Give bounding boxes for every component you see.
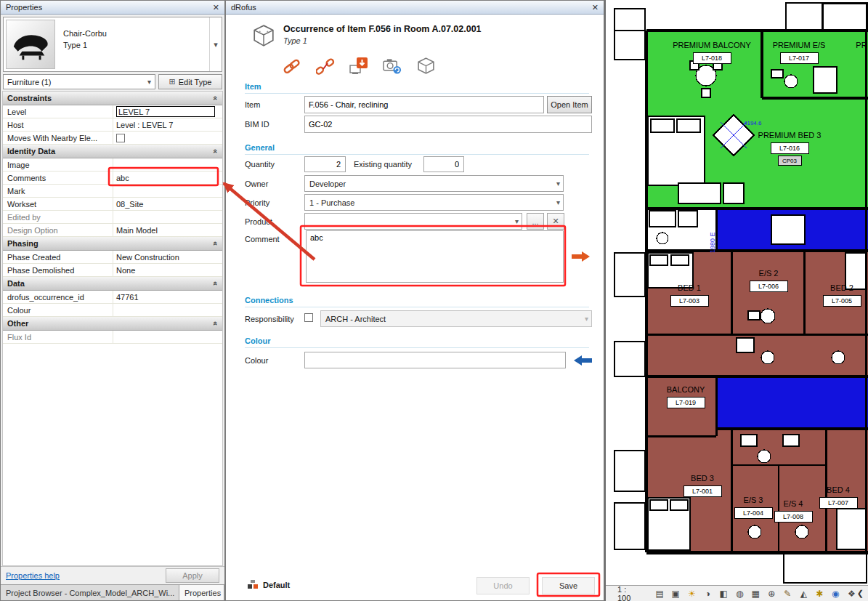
- property-row-image[interactable]: Image: [3, 158, 222, 172]
- room-label: BED 3: [691, 474, 714, 483]
- level-value-field[interactable]: LEVEL 7: [116, 106, 215, 117]
- category-filter-select[interactable]: Furniture (1) ▾: [3, 74, 155, 89]
- existing-quantity-input[interactable]: [423, 156, 464, 172]
- undo-button[interactable]: Undo: [476, 577, 530, 594]
- property-row-moves-with-nearby[interactable]: Moves With Nearby Ele...: [3, 132, 222, 145]
- colour-label: Colour: [245, 356, 268, 365]
- property-row-drofus-occurrence-id[interactable]: drofus_occurrence_id 47761: [3, 291, 222, 304]
- constraints-icon[interactable]: ⊕: [766, 589, 777, 599]
- hide-isolate-icon[interactable]: ◍: [734, 589, 745, 599]
- detail-level-icon[interactable]: ▤: [654, 589, 665, 599]
- property-row-mark[interactable]: Mark: [3, 185, 222, 198]
- collapse-chevron-icon[interactable]: «: [211, 96, 220, 100]
- copy-to-revit-arrow-icon[interactable]: [572, 251, 591, 262]
- quantity-label: Quantity: [245, 160, 275, 169]
- property-row-phase-demolished[interactable]: Phase Demolished None: [3, 264, 222, 277]
- occurrence-subtitle: Type 1: [283, 36, 482, 45]
- analytical-model-icon[interactable]: ◭: [798, 589, 809, 599]
- apply-button[interactable]: Apply: [166, 568, 219, 583]
- property-row-workset[interactable]: Workset 08_Site: [3, 198, 222, 211]
- quantity-input[interactable]: [304, 156, 346, 172]
- section-header-other[interactable]: Other «: [3, 317, 222, 331]
- view-scale-button[interactable]: 1 : 100: [617, 585, 637, 601]
- collapse-chevron-icon[interactable]: «: [211, 149, 220, 153]
- owner-select[interactable]: Developer ▾: [304, 175, 564, 192]
- type-selector-text: Chair-Corbu Type 1: [57, 17, 209, 71]
- collapse-chevron-icon[interactable]: «: [211, 241, 220, 246]
- section-header-identity-data[interactable]: Identity Data «: [3, 145, 222, 158]
- type-selector[interactable]: Chair-Corbu Type 1 ▾: [3, 17, 222, 72]
- drofus-title: dRofus: [231, 3, 256, 12]
- room-number-badge: L7-019: [676, 399, 696, 406]
- collapse-chevron-icon[interactable]: «: [211, 321, 220, 326]
- room-number-badge: L7-016: [779, 145, 800, 152]
- camera-sync-icon[interactable]: [383, 57, 402, 75]
- product-browse-button[interactable]: ...: [527, 213, 544, 230]
- shadows-icon[interactable]: ◑: [702, 589, 713, 599]
- floor-plan-canvas[interactable]: 4194.6 1980 E PREMIUM BALCONY L7-018 PRE…: [606, 0, 868, 585]
- section-header-constraints[interactable]: Constraints «: [3, 92, 222, 105]
- properties-titlebar[interactable]: Properties ✕: [1, 1, 224, 15]
- default-config[interactable]: Default: [248, 580, 290, 589]
- chevron-down-icon: ▾: [556, 180, 560, 187]
- close-icon[interactable]: ✕: [213, 3, 219, 12]
- copy-from-revit-arrow-icon[interactable]: [573, 355, 592, 366]
- reveal-hidden-icon[interactable]: ✱: [814, 589, 825, 599]
- temporary-view-icon[interactable]: ❖: [846, 589, 857, 599]
- responsibility-select[interactable]: ARCH - Architect ▾: [320, 310, 592, 327]
- annotate-icon[interactable]: ✎: [782, 589, 793, 599]
- chair-thumbnail: [6, 20, 55, 69]
- bim-id-label: BIM ID: [245, 120, 269, 129]
- property-row-comments[interactable]: Comments abc: [3, 172, 222, 185]
- responsibility-checkbox[interactable]: [304, 313, 313, 322]
- show-crop-region-icon[interactable]: ▦: [750, 589, 761, 599]
- existing-quantity-label: Existing quantity: [354, 160, 412, 169]
- push-to-model-icon[interactable]: [349, 57, 368, 75]
- item-input[interactable]: [304, 96, 544, 113]
- property-row-level[interactable]: Level LEVEL 7: [3, 105, 222, 118]
- type-selector-dropdown-icon[interactable]: ▾: [209, 17, 222, 71]
- section-header-phasing[interactable]: Phasing «: [3, 237, 222, 251]
- property-row-host[interactable]: Host Level : LEVEL 7: [3, 118, 222, 132]
- room-label: BED 4: [827, 485, 850, 494]
- edit-type-icon: ⊞: [169, 77, 176, 86]
- crop-view-icon[interactable]: ▣: [670, 589, 681, 599]
- property-row-colour[interactable]: Colour: [3, 304, 222, 317]
- unlink-icon[interactable]: [316, 57, 335, 75]
- bim-id-input[interactable]: [304, 116, 592, 133]
- drofus-titlebar[interactable]: dRofus ✕: [226, 1, 604, 15]
- comment-textarea[interactable]: abc: [306, 230, 564, 283]
- edit-type-button[interactable]: ⊞ Edit Type: [158, 74, 222, 89]
- category-filter-value: Furniture (1): [7, 78, 52, 86]
- responsibility-label: Responsibility: [245, 315, 294, 323]
- property-row-edited-by: Edited by: [3, 211, 222, 224]
- open-item-button[interactable]: Open Item: [547, 96, 592, 113]
- room-number-badge: L7-005: [832, 297, 852, 304]
- priority-select[interactable]: 1 - Purchase ▾: [304, 194, 564, 211]
- tab-project-browser[interactable]: Project Browser - Complex_Model_ARCH_Wi.…: [1, 585, 179, 600]
- close-icon[interactable]: ✕: [592, 3, 599, 12]
- property-row-phase-created[interactable]: Phase Created New Construction: [3, 251, 222, 264]
- vertical-dimension-text: 1980 E: [709, 232, 716, 253]
- tab-properties[interactable]: Properties: [179, 585, 224, 600]
- visual-style-icon[interactable]: ◧: [718, 589, 729, 599]
- properties-help-link[interactable]: Properties help: [6, 571, 60, 580]
- save-button[interactable]: Save: [542, 577, 595, 594]
- back-chevron-icon[interactable]: ❮: [857, 589, 864, 598]
- link-icon[interactable]: [283, 57, 301, 75]
- comments-value-field[interactable]: abc: [113, 172, 222, 184]
- chevron-down-icon: ▾: [515, 217, 519, 225]
- product-clear-button[interactable]: ✕: [547, 213, 564, 230]
- worksharing-display-icon[interactable]: ◉: [830, 589, 841, 599]
- room-code-badge: CP03: [782, 158, 798, 164]
- product-select[interactable]: ▾: [304, 213, 522, 230]
- sun-path-icon[interactable]: ☀: [686, 589, 697, 599]
- 3d-box-icon[interactable]: [416, 57, 435, 75]
- room-number-badge: L7-017: [789, 55, 809, 62]
- room-label: E/S 2: [759, 269, 779, 278]
- collapse-chevron-icon[interactable]: «: [211, 281, 220, 286]
- moves-with-nearby-checkbox[interactable]: [116, 134, 125, 142]
- section-header-data[interactable]: Data «: [3, 277, 222, 291]
- family-name: Chair-Corbu: [63, 28, 209, 39]
- colour-input[interactable]: [304, 352, 566, 368]
